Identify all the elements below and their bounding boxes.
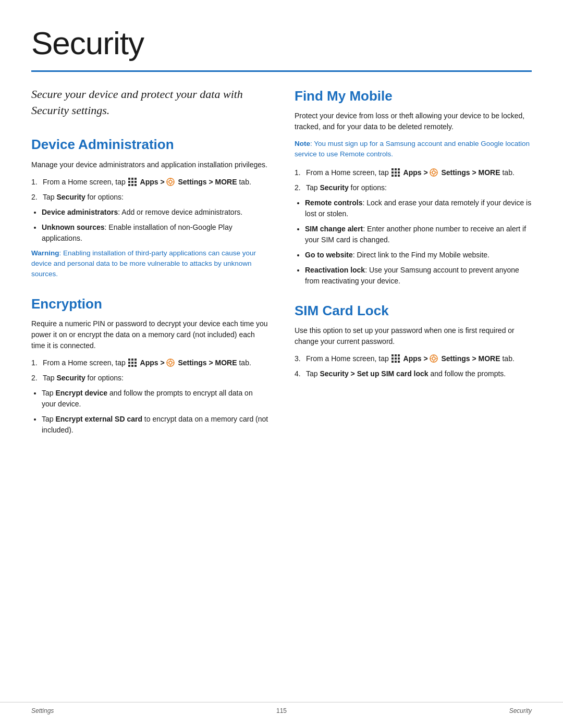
find-my-mobile-bullets: Remote controls: Lock and erase your dat… xyxy=(305,198,532,287)
encryption-body: Require a numeric PIN or password to dec… xyxy=(31,318,268,351)
apps-icon xyxy=(128,358,137,367)
svg-rect-17 xyxy=(134,359,137,361)
left-column: Secure your device and protect your data… xyxy=(31,87,268,450)
content-columns: Secure your device and protect your data… xyxy=(31,87,532,450)
settings-icon xyxy=(166,178,175,186)
step-content: Tap Security for options: xyxy=(43,192,268,203)
svg-rect-3 xyxy=(128,181,130,183)
apps-label: Apps > xyxy=(403,354,428,363)
step-content: Tap Security > Set up SIM card lock and … xyxy=(306,368,532,379)
device-admin-step-1: 1. From a Home screen, tap xyxy=(31,177,268,188)
step-number: 3. xyxy=(295,353,303,364)
find-my-mobile-section: Find My Mobile Protect your device from … xyxy=(295,87,532,287)
svg-rect-23 xyxy=(134,365,137,367)
settings-label: Settings > MORE xyxy=(441,354,500,363)
find-my-mobile-body: Protect your device from loss or theft a… xyxy=(295,110,532,132)
apps-label: Apps > xyxy=(140,178,165,186)
find-my-mobile-title: Find My Mobile xyxy=(295,87,532,105)
svg-rect-18 xyxy=(128,362,130,364)
device-administration-section: Device Administration Manage your device… xyxy=(31,135,268,279)
security-label: Security xyxy=(56,193,85,201)
svg-rect-33 xyxy=(391,171,394,174)
step-content: Tap Security for options: xyxy=(43,373,268,384)
sim-card-lock-step-4: 4. Tap Security > Set up SIM card lock a… xyxy=(295,368,532,379)
device-administration-body: Manage your device administrators and ap… xyxy=(31,159,268,170)
note-label: Note xyxy=(295,140,310,147)
settings-icon xyxy=(430,354,438,363)
bullet-bold: Device administrators xyxy=(42,208,118,216)
right-column: Find My Mobile Protect your device from … xyxy=(295,87,532,450)
encryption-step-1: 1. From a Home screen, tap xyxy=(31,357,268,368)
step-number: 2. xyxy=(31,192,40,203)
settings-icon xyxy=(430,168,438,177)
svg-rect-50 xyxy=(398,357,400,360)
sim-card-lock-step-3: 3. From a Home screen, tap xyxy=(295,353,532,364)
svg-rect-6 xyxy=(128,184,130,186)
apps-label: Apps > xyxy=(140,359,165,367)
svg-rect-0 xyxy=(128,178,130,180)
svg-rect-37 xyxy=(395,175,397,177)
device-admin-bullets: Device administrators: Add or remove dev… xyxy=(42,207,268,244)
svg-rect-38 xyxy=(398,175,400,177)
sim-card-lock-section: SIM Card Lock Use this option to set up … xyxy=(295,301,532,379)
bullet-item: Tap Encrypt device and follow the prompt… xyxy=(42,388,268,410)
encryption-title: Encryption xyxy=(31,294,268,313)
step-content: From a Home screen, tap xyxy=(43,177,268,188)
encryption-step-2: 2. Tap Security for options: xyxy=(31,373,268,384)
svg-rect-20 xyxy=(134,362,137,364)
svg-rect-30 xyxy=(391,168,394,170)
svg-rect-47 xyxy=(398,354,400,356)
svg-rect-2 xyxy=(134,178,137,180)
svg-rect-4 xyxy=(131,181,133,183)
encryption-section: Encryption Require a numeric PIN or pass… xyxy=(31,294,268,436)
security-label: Security xyxy=(320,183,348,192)
bullet-item: Device administrators: Add or remove dev… xyxy=(42,207,268,218)
find-my-mobile-note: Note: You must sign up for a Samsung acc… xyxy=(295,139,532,160)
bullet-bold: Remote controls xyxy=(305,199,362,207)
step-number: 1. xyxy=(31,357,40,368)
bullet-item: Remote controls: Lock and erase your dat… xyxy=(305,198,532,219)
svg-rect-53 xyxy=(398,361,400,363)
footer-page-number: 115 xyxy=(276,707,287,715)
bullet-bold: Go to website xyxy=(305,251,353,259)
bullet-bold: Encrypt device xyxy=(55,389,107,397)
footer-left: Settings xyxy=(31,707,54,715)
svg-rect-52 xyxy=(395,361,397,363)
svg-point-10 xyxy=(169,180,172,183)
bullet-bold: Unknown sources xyxy=(42,223,105,231)
page-container: Security Secure your device and protect … xyxy=(0,0,563,728)
sim-card-lock-title: SIM Card Lock xyxy=(295,301,532,320)
page-footer: Settings 115 Security xyxy=(0,702,563,715)
settings-icon xyxy=(166,359,175,367)
apps-icon xyxy=(391,354,400,363)
svg-rect-45 xyxy=(391,354,394,356)
svg-rect-31 xyxy=(395,168,397,170)
svg-point-55 xyxy=(432,357,435,360)
step-number: 4. xyxy=(295,368,303,379)
step-content: From a Home screen, tap xyxy=(306,167,532,178)
svg-rect-7 xyxy=(131,184,133,186)
svg-rect-48 xyxy=(391,357,394,360)
svg-rect-19 xyxy=(131,362,133,364)
bullet-bold: Reactivation lock xyxy=(305,266,365,274)
bullet-item: Tap Encrypt external SD card to encrypt … xyxy=(42,414,268,436)
svg-rect-51 xyxy=(391,361,394,363)
svg-rect-1 xyxy=(131,178,133,180)
bullet-item: Unknown sources: Enable installation of … xyxy=(42,222,268,244)
settings-label: Settings > MORE xyxy=(178,178,237,186)
security-label: Security xyxy=(56,374,85,382)
step-content: From a Home screen, tap xyxy=(306,353,532,364)
svg-rect-46 xyxy=(395,354,397,356)
intro-text: Secure your device and protect your data… xyxy=(31,87,268,119)
step-number: 2. xyxy=(31,373,40,384)
page-title: Security xyxy=(31,21,532,66)
step-number: 1. xyxy=(31,177,40,188)
step-content: From a Home screen, tap xyxy=(43,357,268,368)
svg-rect-22 xyxy=(131,365,133,367)
apps-label: Apps > xyxy=(403,168,428,177)
svg-rect-32 xyxy=(398,168,400,170)
svg-rect-36 xyxy=(391,175,394,177)
svg-point-40 xyxy=(432,171,435,174)
footer-right: Security xyxy=(509,707,532,715)
step-content: Tap Security for options: xyxy=(306,182,532,193)
